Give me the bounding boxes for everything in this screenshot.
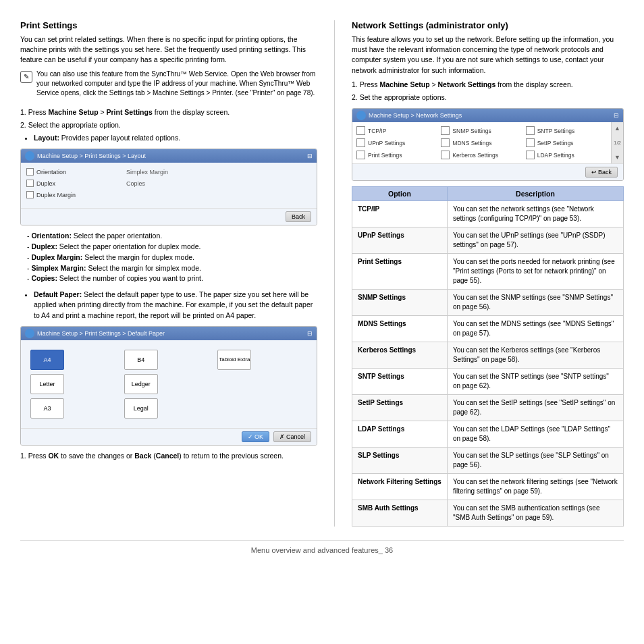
print-checkbox[interactable] — [356, 151, 365, 159]
tcp-checkbox[interactable] — [356, 126, 365, 135]
paper-b4[interactable]: B4 — [124, 350, 158, 370]
dash-copies: Copies: Select the number of copies you … — [27, 273, 317, 284]
duplex-checkbox[interactable] — [26, 180, 34, 187]
net-tcp-ip: TCP/IP — [356, 126, 437, 135]
snmp-label: SNMP Settings — [452, 128, 491, 134]
table-cell-option: LDAP Settings — [352, 421, 448, 448]
ldap-checkbox[interactable] — [526, 151, 535, 159]
table-header-option: Option — [352, 187, 448, 201]
simplex-value: Simplex Margin — [126, 169, 168, 176]
bullet-default-paper: Default Paper: Select the default paper … — [34, 290, 317, 321]
network-ui-screenshot: Machine Setup > Network Settings ⊟ TCP/I… — [352, 108, 624, 181]
table-cell-option: Print Settings — [352, 254, 448, 290]
scroll-down-arrow[interactable]: ▼ — [614, 154, 620, 161]
bullet-list-default-paper: Default Paper: Select the default paper … — [20, 290, 317, 321]
paper-ledger[interactable]: Ledger — [124, 374, 158, 394]
net-kerberos: Kerberos Settings — [441, 151, 522, 159]
upnp-checkbox[interactable] — [356, 138, 365, 147]
layout-row-1: Orientation Simplex Margin — [26, 168, 311, 176]
paper-globe-icon — [25, 329, 34, 338]
paper-cancel-button[interactable]: ✗ Cancel — [273, 431, 311, 442]
table-row: SLP SettingsYou can set the SLP settings… — [352, 448, 624, 474]
network-ui-icon: ⊟ — [614, 112, 619, 119]
snmp-checkbox[interactable] — [441, 126, 450, 135]
left-title: Print Settings — [20, 20, 317, 30]
note-icon: ✎ — [20, 71, 32, 83]
sntp-checkbox[interactable] — [526, 126, 535, 135]
table-cell-desc: You can set the network settings (see "N… — [447, 201, 623, 227]
table-row: SNTP SettingsYou can set the SNTP settin… — [352, 369, 624, 395]
right-step1: Press Machine Setup > Network Settings f… — [352, 80, 624, 90]
layout-ui-footer: Back — [21, 208, 317, 225]
dash-duplex-margin: Duplex Margin: Select the margin for dup… — [27, 252, 317, 263]
duplex-field: Duplex — [26, 180, 121, 187]
network-back-button[interactable]: ↩ Back — [585, 167, 618, 178]
network-back-label: Back — [598, 169, 612, 176]
layout-ui-body: Orientation Simplex Margin Duplex Copies — [21, 163, 317, 208]
net-print: Print Settings — [356, 151, 437, 159]
layout-back-button[interactable]: Back — [286, 211, 311, 222]
back-arrow-icon: ↩ — [591, 169, 597, 176]
paper-ui-footer: ✓ OK ✗ Cancel — [21, 428, 317, 445]
layout-row-2: Duplex Copies — [26, 180, 311, 187]
table-row: TCP/IPYou can set the network settings (… — [352, 201, 624, 227]
duplex-margin-checkbox[interactable] — [26, 191, 34, 198]
paper-tabloid-extra[interactable]: Tabloid Extra — [217, 350, 251, 370]
table-row: Network Filtering SettingsYou can set th… — [352, 474, 624, 500]
orientation-label: Orientation — [36, 169, 66, 176]
table-cell-option: Kerberos Settings — [352, 342, 448, 369]
page-footer: Menu overview and advanced features_ 36 — [20, 540, 624, 554]
simplex-field: Simplex Margin — [126, 169, 221, 176]
checkmark-icon: ✓ — [248, 433, 253, 440]
column-divider — [334, 20, 335, 527]
setip-checkbox[interactable] — [526, 138, 535, 147]
table-cell-desc: You can set the Kerberos settings (see "… — [447, 342, 623, 369]
steps-list: Press Machine Setup > Print Settings fro… — [20, 107, 317, 130]
paper-ok-label: OK — [254, 433, 263, 440]
x-icon: ✗ — [279, 433, 285, 440]
table-cell-desc: You can set the SMB authentication setti… — [447, 500, 623, 527]
paper-a4[interactable]: A4 — [30, 350, 64, 370]
layout-ui-icon: ⊟ — [307, 153, 313, 159]
paper-ok-button[interactable]: ✓ OK — [242, 431, 269, 442]
paper-cancel-label: Cancel — [286, 433, 305, 440]
table-row: SetIP SettingsYou can set the SetIP sett… — [352, 395, 624, 421]
dash-simplex-margin: Simplex Margin: Select the margin for si… — [27, 263, 317, 274]
dash-orientation: Orientation: Select the paper orientatio… — [27, 231, 317, 242]
layout-ui-titlebar: Machine Setup > Print Settings > Layout … — [21, 149, 317, 163]
network-scrollbar[interactable]: ▲ 1/2 ▼ — [611, 122, 623, 163]
net-ldap: LDAP Settings — [526, 151, 607, 159]
upnp-label: UPnP Settings — [368, 140, 405, 146]
paper-a3[interactable]: A3 — [30, 398, 64, 419]
paper-letter[interactable]: Letter — [30, 374, 64, 394]
table-cell-option: Network Filtering Settings — [352, 474, 448, 500]
table-row: MDNS SettingsYou can set the MDNS settin… — [352, 316, 624, 342]
network-ui-footer: ↩ Back — [352, 163, 623, 180]
paper-legal[interactable]: Legal — [124, 398, 158, 419]
table-cell-option: TCP/IP — [352, 201, 448, 227]
net-setip: SetIP Settings — [526, 138, 607, 147]
duplex-label: Duplex — [36, 180, 55, 187]
table-cell-desc: You can set the SetIP settings (see "Set… — [447, 395, 623, 421]
ldap-label: LDAP Settings — [537, 152, 574, 159]
table-row: Print SettingsYou can set the ports need… — [352, 254, 624, 290]
step2: Select the appropriate option. — [20, 120, 317, 130]
step1: Press Machine Setup > Print Settings fro… — [20, 107, 317, 117]
net-snmp: SNMP Settings — [441, 126, 522, 135]
scroll-up-arrow[interactable]: ▲ — [614, 125, 620, 132]
scroll-page: 1/2 — [614, 140, 621, 146]
bullet-list-layout: Layout: Provides paper layout related op… — [20, 133, 317, 143]
kerberos-checkbox[interactable] — [441, 151, 450, 159]
paper-ui-icon: ⊟ — [307, 330, 313, 337]
orientation-checkbox[interactable] — [26, 168, 34, 176]
left-column: Print Settings You can set print related… — [20, 20, 317, 527]
table-cell-option: SMB Auth Settings — [352, 500, 448, 527]
table-cell-desc: You can set the LDAP Settings (see "LDAP… — [447, 421, 623, 448]
network-settings-table: Option Description TCP/IPYou can set the… — [352, 186, 624, 527]
table-row: Kerberos SettingsYou can set the Kerbero… — [352, 342, 624, 369]
table-cell-desc: You can set the SLP settings (see "SLP S… — [447, 448, 623, 474]
network-ui-titlebar: Machine Setup > Network Settings ⊟ — [352, 109, 623, 122]
orientation-field: Orientation — [26, 168, 121, 176]
mdns-checkbox[interactable] — [441, 138, 450, 147]
table-cell-option: SNTP Settings — [352, 369, 448, 395]
